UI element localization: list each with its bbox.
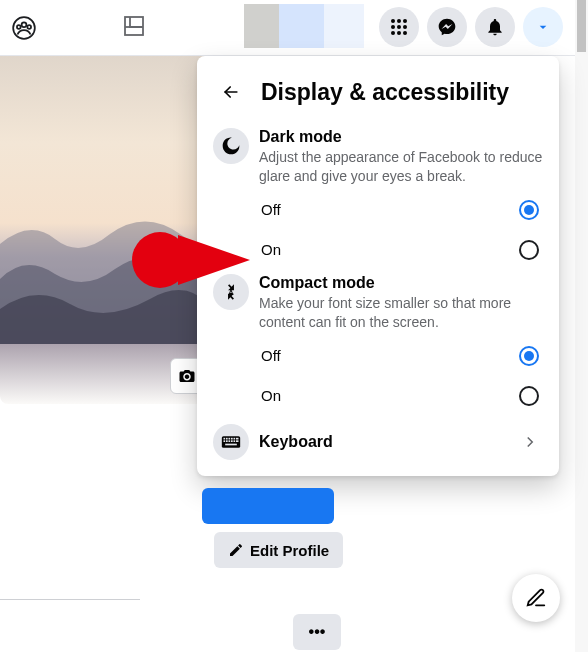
dark-mode-section: Dark mode Adjust the appearance of Faceb…: [205, 124, 551, 190]
svg-point-6: [397, 19, 401, 23]
top-bar: [0, 0, 575, 56]
svg-point-10: [403, 25, 407, 29]
svg-rect-26: [234, 440, 236, 442]
keyboard-label: Keyboard: [259, 433, 333, 451]
svg-point-3: [27, 25, 31, 29]
center-tabs: [244, 4, 364, 48]
svg-rect-23: [226, 440, 228, 442]
cover-photo: [0, 56, 208, 404]
pencil-icon: [228, 542, 244, 558]
svg-point-8: [391, 25, 395, 29]
radio-checked-icon: [519, 346, 539, 366]
page-scrollbar[interactable]: [575, 0, 588, 652]
panel-header: Display & accessibility: [205, 64, 551, 124]
account-menu-toggle[interactable]: [523, 7, 563, 47]
menu-grid-icon[interactable]: [379, 7, 419, 47]
svg-rect-20: [234, 437, 236, 439]
panel-title: Display & accessibility: [261, 79, 509, 106]
divider: [0, 599, 140, 600]
svg-rect-28: [225, 443, 237, 445]
mountain-art: [0, 184, 208, 344]
svg-rect-22: [224, 440, 226, 442]
svg-point-12: [397, 31, 401, 35]
dark-mode-desc: Adjust the appearance of Facebook to red…: [259, 148, 543, 186]
svg-rect-27: [236, 440, 239, 442]
svg-rect-24: [229, 440, 231, 442]
svg-rect-21: [236, 437, 239, 439]
radio-label: Off: [261, 347, 281, 364]
more-icon: •••: [309, 623, 326, 641]
edit-profile-button[interactable]: Edit Profile: [214, 532, 343, 568]
svg-rect-4: [125, 17, 143, 35]
messenger-icon[interactable]: [427, 7, 467, 47]
radio-label: On: [261, 241, 281, 258]
notifications-icon[interactable]: [475, 7, 515, 47]
svg-text:A: A: [228, 287, 234, 296]
svg-point-13: [403, 31, 407, 35]
scrollbar-thumb[interactable]: [577, 0, 586, 52]
moon-icon: [213, 128, 249, 164]
compose-fab[interactable]: [512, 574, 560, 622]
compact-mode-off-option[interactable]: Off: [205, 336, 551, 376]
more-button[interactable]: •••: [293, 614, 341, 650]
svg-rect-18: [229, 437, 231, 439]
compact-mode-desc: Make your font size smaller so that more…: [259, 294, 543, 332]
chevron-right-icon: [521, 433, 539, 451]
svg-rect-16: [224, 437, 226, 439]
radio-label: Off: [261, 201, 281, 218]
edit-profile-label: Edit Profile: [250, 542, 329, 559]
topbar-actions: [379, 7, 563, 47]
primary-action-button[interactable]: [202, 488, 334, 524]
radio-unchecked-icon: [519, 386, 539, 406]
compact-mode-section: A Compact mode Make your font size small…: [205, 270, 551, 336]
dark-mode-on-option[interactable]: On: [205, 230, 551, 270]
compact-mode-title: Compact mode: [259, 274, 543, 292]
edit-icon: [525, 587, 547, 609]
compact-icon: A: [213, 274, 249, 310]
radio-checked-icon: [519, 200, 539, 220]
keyboard-row[interactable]: Keyboard: [205, 416, 551, 468]
gaming-icon[interactable]: [120, 12, 148, 40]
svg-point-9: [397, 25, 401, 29]
groups-icon[interactable]: [4, 8, 44, 48]
svg-point-2: [17, 25, 21, 29]
camera-icon: [178, 368, 196, 384]
svg-point-7: [403, 19, 407, 23]
svg-rect-25: [231, 440, 233, 442]
svg-rect-19: [231, 437, 233, 439]
radio-unchecked-icon: [519, 240, 539, 260]
svg-point-5: [391, 19, 395, 23]
keyboard-icon: [213, 424, 249, 460]
svg-point-11: [391, 31, 395, 35]
svg-rect-17: [226, 437, 228, 439]
compact-mode-on-option[interactable]: On: [205, 376, 551, 416]
arrow-left-icon: [221, 82, 241, 102]
radio-label: On: [261, 387, 281, 404]
dark-mode-off-option[interactable]: Off: [205, 190, 551, 230]
svg-point-1: [22, 22, 27, 27]
back-button[interactable]: [213, 74, 249, 110]
dark-mode-title: Dark mode: [259, 128, 543, 146]
display-accessibility-panel: Display & accessibility Dark mode Adjust…: [197, 56, 559, 476]
